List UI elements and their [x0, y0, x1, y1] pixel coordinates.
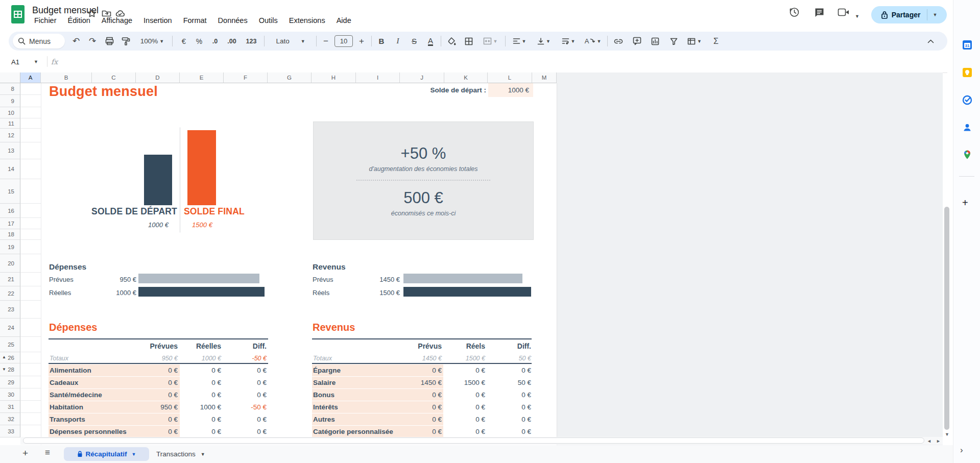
row-header[interactable]: 8	[0, 83, 20, 95]
menu-format[interactable]: Format	[180, 15, 210, 26]
row-header[interactable]: 20	[0, 254, 20, 273]
row-header[interactable]: 25	[0, 337, 20, 352]
increase-font-size-button[interactable]: +	[355, 32, 368, 51]
vertical-align-button[interactable]: ▼	[533, 32, 555, 51]
column-header-G[interactable]: G	[268, 72, 312, 83]
mini-revenus-row1-label[interactable]: Prévus	[313, 276, 333, 283]
row-header[interactable]: 11	[0, 118, 20, 129]
row-header[interactable]: 32	[0, 413, 20, 425]
share-dropdown-icon[interactable]: ▼	[933, 12, 937, 17]
text-rotation-button[interactable]: A▼	[582, 32, 604, 51]
row-header[interactable]: 23	[0, 301, 20, 319]
scroll-down-icon[interactable]: ▼	[945, 432, 949, 437]
column-header-J[interactable]: J	[400, 72, 444, 83]
insert-chart-button[interactable]	[647, 32, 663, 51]
menu-edition[interactable]: Édition	[64, 15, 94, 26]
mini-depenses-row1-value[interactable]: 950 €	[77, 276, 136, 283]
select-all-corner[interactable]	[0, 72, 20, 83]
fill-color-button[interactable]	[444, 32, 459, 51]
depenses-table-title[interactable]: Dépenses	[49, 322, 98, 333]
video-call-dropdown-icon[interactable]: ▼	[853, 11, 859, 20]
functions-button[interactable]: Σ	[708, 32, 724, 51]
row-group-expand-icon[interactable]: ▼	[1, 367, 7, 372]
mini-revenus-row2-label[interactable]: Réels	[313, 289, 329, 297]
column-header-E[interactable]: E	[180, 72, 224, 83]
scroll-left-icon[interactable]: ◄	[927, 438, 931, 444]
maps-icon[interactable]	[962, 150, 972, 160]
revenus-row-name[interactable]: Intérêts	[313, 401, 338, 413]
row-header[interactable]: 10	[0, 107, 20, 118]
row-header[interactable]: 16	[0, 204, 20, 218]
row-header[interactable]: 29	[0, 376, 20, 388]
create-filter-button[interactable]	[665, 32, 682, 51]
menus-search-button[interactable]: Menus	[13, 34, 65, 48]
row-header[interactable]: 18	[0, 229, 20, 240]
calendar-icon[interactable]: 31	[962, 40, 972, 50]
menu-affichage[interactable]: Affichage	[98, 15, 136, 26]
column-header-I[interactable]: I	[356, 72, 400, 83]
menu-donnees[interactable]: Données	[214, 15, 251, 26]
depenses-row-name[interactable]: Dépenses personnelles	[50, 426, 127, 438]
version-history-icon[interactable]	[788, 6, 800, 18]
hide-side-panel-icon[interactable]: ›	[960, 445, 963, 455]
sheet-main-title[interactable]: Budget mensuel	[49, 84, 158, 100]
cell[interactable]: 0 €	[475, 413, 531, 426]
italic-button[interactable]: I	[391, 32, 405, 51]
strikethrough-button[interactable]: S	[407, 32, 421, 51]
revenus-header-diff[interactable]: Diff.	[475, 342, 531, 350]
row-group-collapse-icon[interactable]: ▲	[1, 355, 7, 359]
column-header-F[interactable]: F	[224, 72, 268, 83]
video-call-icon[interactable]	[838, 6, 850, 18]
mini-depenses-title[interactable]: Dépenses	[49, 262, 86, 272]
revenus-row-name[interactable]: Salaire	[313, 377, 336, 389]
revenus-row-name[interactable]: Catégorie personnalisée	[313, 426, 393, 438]
menu-extensions[interactable]: Extensions	[285, 15, 329, 26]
menu-outils[interactable]: Outils	[255, 15, 281, 26]
tab-recapitulatif[interactable]: Récapitulatif ▼	[64, 447, 149, 461]
revenus-row-name[interactable]: Épargne	[313, 364, 341, 377]
horizontal-scrollbar-thumb[interactable]	[23, 437, 924, 444]
tasks-icon[interactable]	[962, 95, 972, 105]
number-format-button[interactable]: 123	[243, 32, 260, 51]
hide-toolbar-button[interactable]	[923, 32, 938, 51]
cell[interactable]: 0 €	[475, 389, 531, 401]
name-box[interactable]: A1▼	[5, 56, 45, 68]
cell[interactable]: 0 €	[475, 426, 531, 438]
increase-decimals-button[interactable]: .00	[223, 32, 241, 51]
scroll-right-icon[interactable]: ►	[936, 438, 941, 444]
add-sheet-icon[interactable]: +	[22, 448, 28, 459]
depenses-row-name[interactable]: Alimentation	[50, 364, 91, 377]
pivot-table-button[interactable]: ▼	[683, 32, 706, 51]
cell[interactable]: 0 €	[210, 389, 267, 401]
menu-insertion[interactable]: Insertion	[140, 15, 176, 26]
column-header-A[interactable]: A	[20, 72, 41, 83]
menu-fichier[interactable]: Fichier	[31, 15, 60, 26]
mini-revenus-row2-value[interactable]: 1500 €	[340, 289, 400, 297]
zoom-control[interactable]: 100%▼	[135, 32, 169, 51]
row-header[interactable]: 9	[0, 95, 20, 107]
sheets-logo-icon[interactable]	[10, 4, 26, 25]
cell[interactable]: 0 €	[475, 364, 531, 377]
cell[interactable]: -50 €	[210, 401, 267, 413]
decrease-decimals-button[interactable]: .0	[207, 32, 223, 51]
cell[interactable]: 0 €	[475, 401, 531, 413]
savings-summary-card[interactable]: +50 % d'augmentation des économies total…	[313, 121, 534, 240]
row-header[interactable]: 31	[0, 401, 20, 413]
comments-icon[interactable]	[813, 6, 825, 18]
percent-format-button[interactable]: %	[192, 32, 207, 51]
undo-button[interactable]: ↶	[69, 32, 83, 51]
depenses-row-name[interactable]: Cadeaux	[50, 377, 78, 389]
menu-aide[interactable]: Aide	[333, 15, 355, 26]
print-button[interactable]	[102, 32, 117, 51]
row-header[interactable]: 14	[0, 159, 20, 179]
insert-comment-button[interactable]	[629, 32, 645, 51]
revenus-totals-label[interactable]: Totaux	[313, 353, 332, 363]
row-header[interactable]: 19	[0, 240, 20, 254]
paint-format-button[interactable]	[118, 32, 133, 51]
depenses-row-name[interactable]: Habitation	[50, 401, 83, 413]
currency-format-button[interactable]: €	[176, 32, 192, 51]
revenus-row-name[interactable]: Bonus	[313, 389, 334, 401]
decrease-font-size-button[interactable]: −	[319, 32, 332, 51]
horizontal-scrollbar[interactable]: ◄ ►	[20, 437, 943, 445]
horizontal-align-button[interactable]: ▼	[508, 32, 531, 51]
